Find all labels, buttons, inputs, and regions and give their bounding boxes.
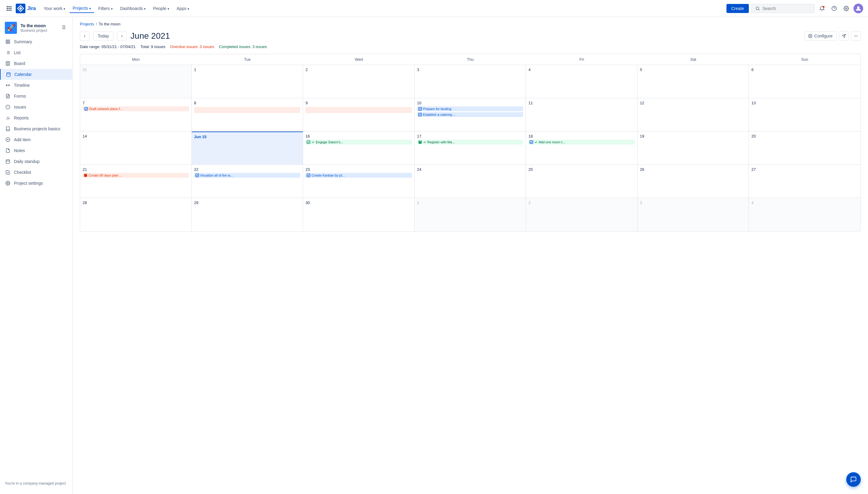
calendar-cell[interactable]: 14 (80, 132, 192, 165)
event-draft-network[interactable]: Draft network plans f... (82, 107, 189, 111)
nav-your-work[interactable]: Your work (40, 4, 68, 13)
calendar-cell[interactable]: 4 (526, 65, 638, 98)
breadcrumb-projects-link[interactable]: Projects (80, 22, 94, 26)
checkbox-check-icon (307, 140, 310, 144)
calendar-cell[interactable]: 30 (303, 198, 415, 231)
calendar-cell[interactable]: 21 Create 90 days plan ... (80, 165, 192, 198)
calendar-cell[interactable]: 27 (749, 165, 861, 198)
daily-standup-icon (5, 158, 11, 165)
calendar-cell[interactable]: 26 (638, 165, 749, 198)
calendar-cell[interactable]: 7 Draft network plans f... (80, 98, 192, 132)
cell-date: 16 (305, 134, 412, 138)
calendar-cell[interactable]: 19 (638, 132, 749, 165)
calendar-cell[interactable]: 25 (526, 165, 638, 198)
sidebar-item-calendar[interactable]: Calendar (0, 69, 72, 80)
sidebar-item-summary[interactable]: Summary (0, 36, 72, 47)
today-button[interactable]: Today (93, 32, 113, 40)
settings-icon[interactable] (842, 4, 851, 13)
notifications-icon[interactable] (817, 4, 827, 13)
calendar-cell[interactable]: 24 (415, 165, 526, 198)
apps-grid-icon[interactable] (5, 4, 13, 13)
calendar-cell[interactable]: 3 (415, 65, 526, 98)
calendar-cell[interactable]: 16 Engage Saturn's... (303, 132, 415, 165)
calendar-header-right: Configure (804, 31, 861, 41)
calendar-cell[interactable]: 2 (303, 65, 415, 98)
event-create-90-days[interactable]: Create 90 days plan ... (82, 173, 189, 178)
sidebar-item-list[interactable]: List (0, 47, 72, 58)
calendar-cell[interactable]: 20 (749, 132, 861, 165)
pin-button[interactable] (60, 24, 68, 32)
calendar-cell[interactable]: 12 (638, 98, 749, 132)
calendar-cell[interactable]: 18 Add one moon t... (526, 132, 638, 165)
calendar-cell[interactable]: 11 (526, 98, 638, 132)
next-month-button[interactable]: › (117, 31, 127, 41)
sidebar-item-notes[interactable]: Notes (0, 145, 72, 156)
jira-logo[interactable]: Jira (16, 4, 36, 13)
cell-date: 30 (305, 201, 412, 205)
sidebar-item-board[interactable]: Board (0, 58, 72, 69)
nav-filters[interactable]: Filters (95, 4, 116, 13)
event-register-ma[interactable]: Register with Ma... (417, 140, 524, 145)
chat-fab-button[interactable] (846, 472, 861, 487)
calendar-cell[interactable]: 23 Create Kanban by pl... (303, 165, 415, 198)
event-create-kanban[interactable]: Create Kanban by pl... (305, 173, 412, 178)
calendar-cell[interactable]: 4 (749, 198, 861, 231)
svg-point-14 (846, 7, 847, 9)
user-avatar[interactable] (853, 4, 863, 13)
project-type: Business project (21, 28, 57, 33)
event-text: Create Kanban by pl... (312, 173, 344, 177)
sidebar-item-business-basics[interactable]: Business projects basics (0, 124, 72, 134)
sidebar-item-checklist[interactable]: Checklist (0, 167, 72, 178)
event-span-end[interactable] (305, 107, 412, 113)
sidebar-item-add-item[interactable]: Add item (0, 134, 72, 145)
calendar-cell[interactable]: 31 (80, 65, 192, 98)
calendar-cell[interactable]: 9 (303, 98, 415, 132)
calendar-cell[interactable]: 1 (192, 65, 303, 98)
create-button[interactable]: Create (727, 4, 749, 13)
calendar-cell[interactable]: 17 Register with Ma... (415, 132, 526, 165)
calendar-cell[interactable]: 2 (526, 198, 638, 231)
nav-projects[interactable]: Projects (70, 4, 94, 13)
search-input[interactable] (762, 6, 811, 11)
event-engage-saturn[interactable]: Engage Saturn's... (305, 140, 412, 145)
more-dots-icon (854, 34, 858, 38)
project-info: To the moon Business project (21, 23, 57, 33)
more-options-button[interactable] (851, 31, 861, 41)
sidebar-footer: You're in a company-managed project (0, 478, 72, 489)
sidebar-item-daily-standup[interactable]: Daily standup (0, 156, 72, 167)
calendar-cell[interactable]: 22 Visualize all of the w... (192, 165, 303, 198)
bookmark-icon (418, 140, 422, 144)
prev-month-button[interactable]: ‹ (80, 31, 90, 41)
sidebar-item-issues[interactable]: Issues (0, 101, 72, 112)
cell-date: 18 (528, 134, 635, 138)
calendar-cell[interactable]: 3 (638, 198, 749, 231)
sidebar-item-timeline[interactable]: Timeline (0, 80, 72, 91)
calendar-cell[interactable]: 8 (192, 98, 303, 132)
calendar-cell[interactable]: 5 (638, 65, 749, 98)
calendar-cell[interactable]: 28 (80, 198, 192, 231)
event-establish-catering[interactable]: Establish a catering ... (417, 112, 524, 117)
nav-dashboards[interactable]: Dashboards (117, 4, 149, 13)
configure-button[interactable]: Configure (804, 32, 836, 40)
nav-apps[interactable]: Apps (174, 4, 192, 13)
help-icon[interactable] (829, 4, 839, 13)
search-box[interactable] (751, 4, 815, 13)
event-prepare-landing[interactable]: Prepare for landing (417, 107, 524, 111)
sidebar-item-project-settings[interactable]: Project settings (0, 178, 72, 189)
cell-date: 31 (82, 68, 189, 72)
event-visualize-all[interactable]: Visualize all of the w... (194, 173, 301, 178)
event-span-middle[interactable] (194, 107, 301, 113)
svg-rect-60 (419, 140, 421, 144)
calendar-cell[interactable]: 13 (749, 98, 861, 132)
calendar-cell[interactable]: 29 (192, 198, 303, 231)
calendar-cell[interactable]: 10 Prepare for landing Establish a cater… (415, 98, 526, 132)
sidebar-item-forms[interactable]: Forms (0, 91, 72, 101)
sidebar-item-reports[interactable]: Reports (0, 112, 72, 124)
calendar-cell[interactable]: 6 (749, 65, 861, 98)
configure-label: Configure (814, 34, 833, 38)
calendar-cell-today[interactable]: Jun 15 (192, 132, 303, 165)
event-add-one-moon[interactable]: Add one moon t... (528, 140, 635, 145)
announce-button[interactable] (839, 31, 849, 41)
calendar-cell[interactable]: 1 (415, 198, 526, 231)
nav-people[interactable]: People (150, 4, 172, 13)
